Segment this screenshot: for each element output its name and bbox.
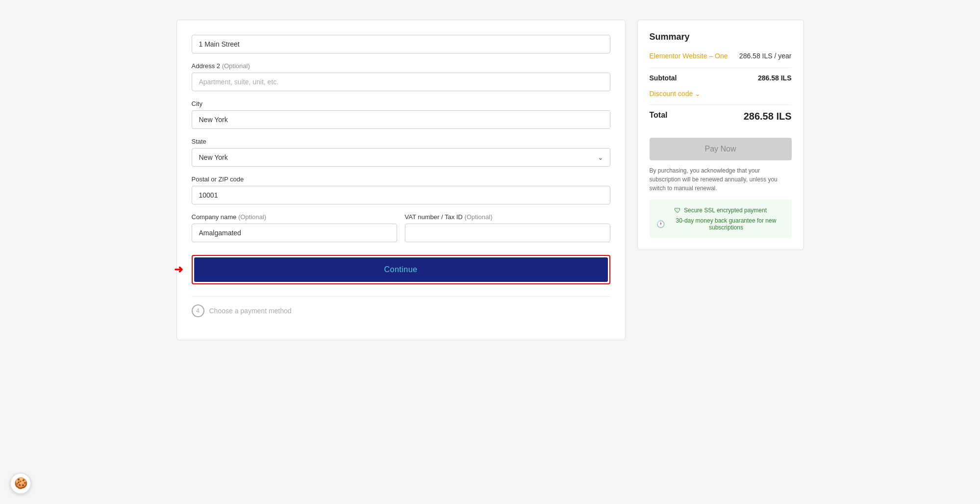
- address2-label: Address 2 (Optional): [192, 62, 610, 70]
- state-label: State: [192, 138, 610, 145]
- subtotal-value: 286.58 ILS: [758, 74, 792, 82]
- arrow-icon: ➜: [174, 263, 183, 276]
- continue-button[interactable]: Continue: [194, 257, 608, 282]
- address1-group: [192, 35, 610, 53]
- continue-wrapper: ➜ Continue: [192, 255, 610, 284]
- address2-input[interactable]: [192, 73, 610, 91]
- summary-item-row: Elementor Website – One 286.58 ILS / yea…: [650, 52, 792, 60]
- vat-group: VAT number / Tax ID (Optional): [405, 213, 610, 242]
- summary-divider-2: [650, 104, 792, 105]
- company-group: Company name (Optional): [192, 213, 397, 242]
- postal-group: Postal or ZIP code: [192, 176, 610, 204]
- company-vat-row: Company name (Optional) VAT number / Tax…: [192, 213, 610, 251]
- ssl-item: 🛡 Secure SSL encrypted payment: [656, 206, 785, 214]
- clock-icon: 🕐: [656, 220, 665, 228]
- summary-item-name: Elementor Website – One: [650, 52, 728, 60]
- postal-input[interactable]: [192, 186, 610, 204]
- state-select[interactable]: New York California Texas: [192, 148, 610, 167]
- city-group: City: [192, 100, 610, 129]
- total-value: 286.58 ILS: [744, 111, 792, 122]
- total-label: Total: [650, 111, 668, 120]
- renew-notice: By purchasing, you acknowledge that your…: [650, 166, 792, 193]
- summary-subtotal-row: Subtotal 286.58 ILS: [650, 74, 792, 82]
- payment-step-section: 4 Choose a payment method: [192, 296, 610, 325]
- discount-code-link[interactable]: Discount code ⌄: [650, 90, 792, 98]
- cookie-consent-button[interactable]: 🍪: [10, 473, 31, 494]
- continue-btn-border: Continue: [192, 255, 610, 284]
- summary-total-row: Total 286.58 ILS: [650, 111, 792, 122]
- shield-icon: 🛡: [674, 206, 681, 214]
- state-select-wrapper: New York California Texas ⌄: [192, 148, 610, 167]
- summary-panel: Summary Elementor Website – One 286.58 I…: [637, 20, 804, 340]
- payment-step-label: Choose a payment method: [209, 307, 292, 315]
- state-group: State New York California Texas ⌄: [192, 138, 610, 167]
- summary-card: Summary Elementor Website – One 286.58 I…: [637, 20, 804, 250]
- city-label: City: [192, 100, 610, 107]
- money-back-item: 🕐 30-day money back guarantee for new su…: [656, 217, 785, 231]
- step-4-circle: 4: [192, 304, 204, 317]
- ssl-label: Secure SSL encrypted payment: [684, 207, 767, 214]
- summary-item-price: 286.58 ILS / year: [739, 52, 792, 60]
- company-input[interactable]: [192, 224, 397, 242]
- address2-group: Address 2 (Optional): [192, 62, 610, 91]
- postal-label: Postal or ZIP code: [192, 176, 610, 183]
- discount-row: Discount code ⌄: [650, 90, 792, 98]
- company-label: Company name (Optional): [192, 213, 397, 221]
- security-section: 🛡 Secure SSL encrypted payment 🕐 30-day …: [650, 200, 792, 238]
- subtotal-label: Subtotal: [650, 74, 677, 82]
- city-input[interactable]: [192, 110, 610, 129]
- address1-input[interactable]: [192, 35, 610, 53]
- cookie-icon: 🍪: [14, 477, 27, 490]
- pay-now-button[interactable]: Pay Now: [650, 138, 792, 160]
- vat-input[interactable]: [405, 224, 610, 242]
- vat-label: VAT number / Tax ID (Optional): [405, 213, 610, 221]
- chevron-down-icon: ⌄: [695, 90, 701, 98]
- money-back-label: 30-day money back guarantee for new subs…: [668, 217, 785, 231]
- summary-divider-1: [650, 68, 792, 68]
- checkout-form: Address 2 (Optional) City State New York…: [176, 20, 626, 340]
- summary-title: Summary: [650, 32, 792, 42]
